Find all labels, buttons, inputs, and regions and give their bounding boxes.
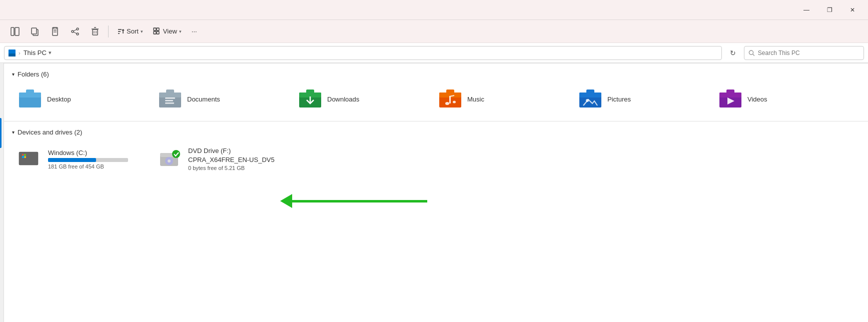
- svg-line-11: [74, 30, 77, 31]
- drives-collapse-icon: ▾: [12, 130, 15, 135]
- svg-point-49: [453, 101, 456, 104]
- folder-name-downloads: Downloads: [327, 96, 359, 103]
- svg-rect-41: [306, 90, 314, 94]
- addressbar: › This PC ▾ ↻: [0, 43, 868, 63]
- svg-rect-36: [165, 98, 175, 99]
- refresh-button[interactable]: ↻: [726, 46, 740, 60]
- folders-divider: [4, 63, 868, 64]
- search-input[interactable]: [758, 50, 859, 56]
- drive-name-f-line2: CPRA_X64FRE_EN-US_DV5: [188, 156, 275, 164]
- svg-point-8: [77, 28, 79, 30]
- drive-bar-fill-c: [48, 158, 96, 162]
- view-label: View: [163, 28, 177, 35]
- drive-info-f: DVD Drive (F:) CPRA_X64FRE_EN-US_DV5 0 b…: [188, 147, 275, 171]
- sort-label: Sort: [127, 28, 139, 35]
- desktop-folder-icon: [18, 89, 42, 109]
- svg-rect-56: [726, 90, 734, 94]
- drives-divider: [4, 121, 868, 122]
- svg-rect-38: [165, 102, 174, 104]
- svg-rect-45: [446, 90, 454, 94]
- folder-name-documents: Documents: [187, 96, 220, 103]
- sidebar-active-indicator: [0, 118, 2, 148]
- folders-header-label: Folders (6): [18, 70, 49, 78]
- svg-rect-62: [25, 154, 27, 156]
- copy-button[interactable]: [26, 22, 44, 40]
- search-box[interactable]: [744, 46, 864, 60]
- breadcrumb-path: This PC: [24, 49, 47, 56]
- drive-name-f-line1: DVD Drive (F:): [188, 147, 275, 154]
- folder-item-music[interactable]: Music: [432, 85, 572, 113]
- folders-section-header[interactable]: ▾ Folders (6): [4, 66, 868, 81]
- nav-panel-button[interactable]: [6, 22, 24, 40]
- toolbar: Sort ▾ View ▾ ···: [0, 20, 868, 43]
- folder-item-desktop[interactable]: Desktop: [12, 85, 152, 113]
- svg-point-68: [168, 160, 171, 162]
- folder-item-downloads[interactable]: Downloads: [292, 85, 432, 113]
- svg-point-46: [445, 102, 449, 105]
- restore-button[interactable]: ❐: [818, 2, 841, 18]
- main-content: ▾ Folders (6) Desktop: [0, 63, 868, 322]
- share-button[interactable]: [66, 22, 84, 40]
- svg-rect-1: [15, 28, 19, 36]
- svg-line-29: [753, 54, 754, 56]
- more-options-button[interactable]: ···: [188, 24, 201, 40]
- drive-name-c: Windows (C:): [48, 149, 128, 156]
- folder-item-videos[interactable]: Videos: [712, 85, 852, 113]
- svg-point-10: [72, 30, 74, 32]
- more-label: ···: [192, 28, 197, 35]
- close-button[interactable]: ✕: [841, 2, 864, 18]
- svg-rect-37: [165, 100, 173, 102]
- sort-button[interactable]: Sort ▾: [113, 24, 147, 40]
- folder-name-videos: Videos: [747, 96, 767, 103]
- drive-free-c: 181 GB free of 454 GB: [48, 164, 128, 170]
- drive-info-c: Windows (C:) 181 GB free of 454 GB: [48, 149, 128, 170]
- svg-rect-27: [9, 54, 16, 56]
- folder-item-documents[interactable]: Documents: [152, 85, 292, 113]
- documents-folder-icon: [158, 89, 182, 109]
- sort-chevron-icon: ▾: [141, 29, 143, 34]
- search-icon: [748, 50, 755, 56]
- address-path[interactable]: › This PC ▾: [4, 46, 722, 60]
- svg-point-69: [172, 150, 180, 158]
- content-area: ▾ Folders (6) Desktop: [4, 63, 868, 322]
- dvd-drive-icon: [158, 147, 182, 171]
- windows-drive-icon: [18, 147, 42, 171]
- drive-bar-c: [48, 158, 128, 162]
- folder-name-desktop: Desktop: [47, 96, 71, 103]
- address-dropdown-icon[interactable]: ▾: [47, 50, 54, 56]
- view-chevron-icon: ▾: [179, 29, 182, 34]
- downloads-folder-icon: [298, 89, 322, 109]
- breadcrumb-separator: ›: [19, 50, 21, 56]
- svg-rect-3: [32, 28, 37, 34]
- svg-rect-35: [166, 90, 174, 94]
- music-folder-icon: [438, 89, 462, 109]
- svg-rect-64: [25, 156, 27, 158]
- titlebar: — ❐ ✕: [0, 0, 868, 20]
- svg-rect-22: [154, 28, 156, 30]
- drive-free-f: 0 bytes free of 5.21 GB: [188, 165, 275, 171]
- drive-item-f[interactable]: DVD Drive (F:) CPRA_X64FRE_EN-US_DV5 0 b…: [152, 143, 292, 175]
- view-button[interactable]: View ▾: [149, 24, 186, 40]
- svg-rect-25: [157, 32, 159, 34]
- minimize-button[interactable]: —: [795, 2, 818, 18]
- toolbar-separator: [108, 26, 109, 38]
- svg-rect-47: [449, 96, 451, 104]
- svg-rect-59: [19, 152, 38, 165]
- folder-item-pictures[interactable]: Pictures: [572, 85, 712, 113]
- svg-rect-63: [22, 156, 24, 158]
- sidebar: [0, 63, 4, 322]
- svg-rect-32: [26, 90, 34, 94]
- videos-folder-icon: [718, 89, 742, 109]
- folders-collapse-icon: ▾: [12, 72, 15, 77]
- pictures-folder-icon: [578, 89, 602, 109]
- drive-item-c[interactable]: Windows (C:) 181 GB free of 454 GB: [12, 143, 152, 175]
- svg-rect-5: [54, 28, 57, 29]
- svg-rect-61: [22, 154, 24, 156]
- paste-button[interactable]: [46, 22, 64, 40]
- delete-button[interactable]: [86, 22, 104, 40]
- svg-rect-0: [11, 28, 14, 36]
- svg-rect-52: [586, 90, 594, 94]
- svg-rect-13: [93, 30, 98, 35]
- folder-name-pictures: Pictures: [607, 96, 631, 103]
- drives-section-header[interactable]: ▾ Devices and drives (2): [4, 124, 868, 139]
